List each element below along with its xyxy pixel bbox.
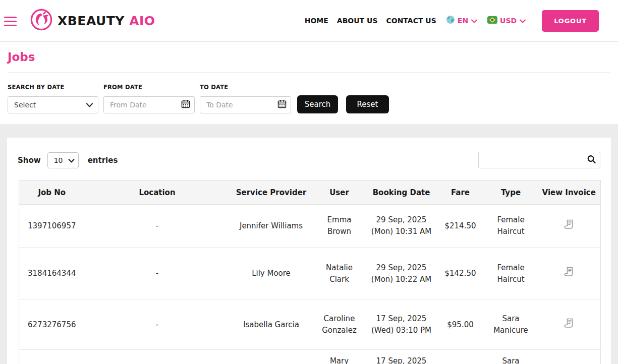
type-cell: Female Haircut — [484, 205, 538, 248]
globe-icon — [446, 15, 455, 26]
column-header: Type — [484, 180, 538, 205]
user-cell: Emma Brown — [313, 205, 366, 248]
language-code: EN — [458, 17, 468, 25]
search-button[interactable]: Search — [297, 95, 338, 113]
column-header: User — [313, 180, 366, 205]
fare-cell: $142.50 — [437, 248, 484, 300]
entries-label: entries — [88, 156, 118, 165]
jobs-card: Show 10 entries Job NoLocat — [7, 138, 611, 364]
fare-cell — [437, 350, 484, 364]
fare-cell: $95.00 — [437, 300, 484, 350]
invoice-icon[interactable] — [563, 218, 575, 230]
show-label: Show — [18, 156, 41, 165]
table-row: 6273276756-Isabella GarciaCaroline Gonza… — [19, 300, 601, 350]
fare-cell: $214.50 — [437, 205, 484, 248]
view-invoice-cell — [538, 350, 601, 364]
brand-logo[interactable]: XBEAUTY AIO — [30, 8, 155, 33]
page-size-select[interactable]: 10 — [47, 152, 79, 168]
app-header: XBEAUTY AIO HOMEABOUT USCONTACT US EN — [0, 0, 618, 42]
nav-link-contact-us[interactable]: CONTACT US — [386, 17, 436, 25]
user-cell: Caroline Gonzalez — [313, 300, 366, 350]
brand-name: XBEAUTY AIO — [58, 14, 155, 28]
logout-button[interactable]: LOGOUT — [542, 10, 599, 32]
job-no-cell: 1397106957 — [19, 205, 85, 248]
service-provider-cell: Jennifer Williams — [230, 205, 313, 248]
service-provider-cell: Isabella Garcia — [230, 300, 313, 350]
search-by-date-label: SEARCH BY DATE — [8, 84, 98, 91]
language-selector[interactable]: EN — [446, 15, 478, 26]
chevron-down-icon — [471, 16, 478, 26]
reset-button[interactable]: Reset — [346, 95, 389, 113]
nav-link-about-us[interactable]: ABOUT US — [337, 17, 378, 25]
type-cell: Female Haircut — [484, 248, 538, 300]
view-invoice-cell — [538, 205, 601, 248]
table-header: Job NoLocationService ProviderUserBookin… — [19, 180, 601, 205]
location-cell: - — [85, 205, 230, 248]
column-header: Location — [85, 180, 230, 205]
flag-icon — [487, 16, 497, 26]
table-search-input[interactable] — [478, 152, 600, 168]
job-no-cell: 3184164344 — [19, 248, 85, 300]
column-header: View Invoice — [538, 180, 601, 205]
service-provider-cell — [230, 350, 313, 364]
booking-date-cell: 17 Sep, 2025 — [366, 350, 437, 364]
filter-section: Jobs SEARCH BY DATE Select FROM DATE — [0, 42, 618, 124]
from-date-input[interactable] — [103, 96, 195, 113]
column-header: Booking Date — [366, 180, 437, 205]
search-by-date-select[interactable]: Select — [8, 96, 98, 113]
table-row: Mary17 Sep, 2025Sara — [19, 350, 601, 364]
invoice-icon[interactable] — [563, 266, 575, 278]
service-provider-cell: Lily Moore — [230, 248, 313, 300]
table-row: 1397106957-Jennifer WilliamsEmma Brown29… — [19, 205, 601, 248]
location-cell: - — [85, 248, 230, 300]
job-no-cell — [19, 350, 85, 364]
hamburger-menu-icon[interactable] — [4, 14, 18, 29]
logo-icon — [30, 8, 53, 33]
location-cell: - — [85, 300, 230, 350]
column-header: Service Provider — [230, 180, 313, 205]
page-title: Jobs — [8, 42, 610, 64]
from-date-label: FROM DATE — [103, 84, 195, 91]
title-divider — [8, 72, 610, 73]
type-cell: Sara Manicure — [484, 300, 538, 350]
column-header: Fare — [437, 180, 484, 205]
to-date-input[interactable] — [200, 96, 291, 113]
chevron-down-icon — [519, 16, 526, 26]
currency-selector[interactable]: USD — [487, 16, 526, 26]
view-invoice-cell — [538, 248, 601, 300]
type-cell: Sara — [484, 350, 538, 364]
booking-date-cell: 17 Sep, 2025 (Wed) 03:10 PM — [366, 300, 437, 350]
currency-code: USD — [500, 17, 517, 25]
main-nav: HOMEABOUT USCONTACT US EN — [305, 10, 599, 32]
invoice-icon[interactable] — [563, 317, 575, 329]
jobs-table-body: 1397106957-Jennifer WilliamsEmma Brown29… — [19, 205, 601, 364]
booking-date-cell: 29 Sep, 2025 (Mon) 10:22 AM — [366, 248, 437, 300]
table-row: 3184164344-Lily MooreNatalie Clark29 Sep… — [19, 248, 601, 300]
booking-date-cell: 29 Sep, 2025 (Mon) 10:31 AM — [366, 205, 437, 248]
jobs-table: Job NoLocationService ProviderUserBookin… — [19, 180, 601, 364]
column-header: Job No — [19, 180, 85, 205]
user-cell: Mary — [313, 350, 366, 364]
search-icon[interactable] — [587, 154, 596, 166]
to-date-label: TO DATE — [200, 84, 291, 91]
job-no-cell: 6273276756 — [19, 300, 85, 350]
user-cell: Natalie Clark — [313, 248, 366, 300]
view-invoice-cell — [538, 300, 601, 350]
location-cell — [85, 350, 230, 364]
nav-link-home[interactable]: HOME — [305, 17, 328, 25]
